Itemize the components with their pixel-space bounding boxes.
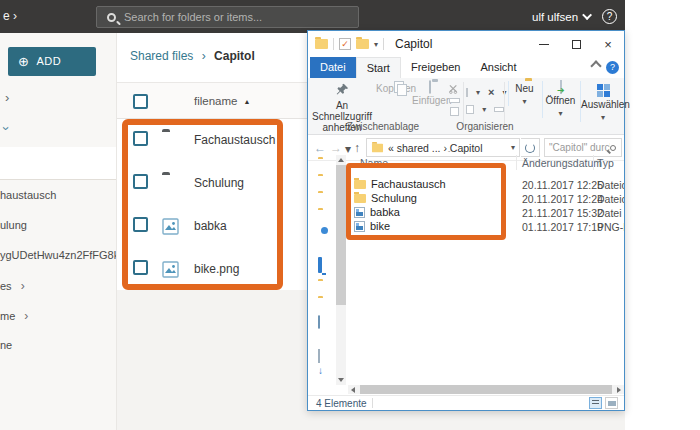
rename-icon[interactable] — [494, 107, 504, 112]
copy-button[interactable]: Kopieren — [376, 81, 412, 94]
scroll-down-icon[interactable] — [338, 378, 344, 382]
row-checkbox[interactable] — [133, 260, 148, 275]
search-input[interactable]: Search for folders or items... — [96, 6, 359, 28]
details-view-toggle[interactable] — [589, 397, 602, 409]
tab-datei[interactable]: Datei — [310, 57, 356, 78]
copy-path-icon[interactable] — [449, 98, 460, 103]
explorer-help-icon[interactable] — [606, 61, 619, 74]
sidebar-item-label: me — [0, 310, 15, 322]
desktop-icon[interactable] — [318, 316, 320, 328]
pin-icon — [336, 83, 349, 96]
explorer-search-input[interactable]: "Capitol" durchs... — [544, 138, 622, 157]
sidebar-item[interactable]: es› — [0, 279, 117, 293]
select-label: Auswählen — [581, 99, 625, 110]
folder-icon — [315, 39, 328, 49]
clipboard-small-buttons — [446, 84, 462, 116]
open-button[interactable]: Öffnen — [542, 81, 578, 118]
ribbon: An Schnellzugriff anheften Kopieren Einf… — [308, 78, 624, 135]
nav-vertical-scrollbar[interactable] — [336, 155, 346, 385]
close-button[interactable] — [592, 31, 624, 57]
sidebar-item[interactable]: me› — [0, 309, 117, 323]
file-name[interactable]: babka — [370, 206, 400, 218]
add-button-label: ADD — [36, 55, 61, 67]
modified-column-header[interactable]: Änderungsdatum — [522, 157, 602, 169]
horizontal-scrollbar[interactable] — [348, 385, 624, 394]
move-to-icon[interactable] — [466, 88, 468, 97]
row-checkbox[interactable] — [133, 131, 148, 146]
divider — [383, 38, 384, 50]
type-column-header[interactable]: Typ — [597, 157, 614, 169]
scroll-up-icon[interactable] — [338, 158, 344, 162]
sidebar-collapse-chevron[interactable]: › — [5, 90, 9, 105]
properties-check-icon[interactable] — [339, 38, 351, 50]
explorer-file-row[interactable]: bike — [354, 219, 390, 233]
chevron-down-icon — [558, 109, 562, 118]
plus-icon — [18, 55, 36, 67]
chevron-down-icon — [582, 10, 592, 20]
minimize-icon — [539, 44, 549, 45]
explorer-file-row[interactable]: Schulung — [354, 191, 417, 205]
column-divider[interactable] — [516, 155, 517, 170]
file-name[interactable]: Fachaustausch — [194, 133, 275, 147]
new-folder-icon[interactable] — [356, 39, 369, 49]
scroll-right-icon[interactable] — [617, 387, 621, 393]
chevron-down-icon — [482, 105, 486, 114]
file-name[interactable]: Schulung — [194, 176, 244, 190]
window-title: Capitol — [395, 37, 432, 51]
sidebar-item[interactable]: haustausch — [0, 189, 117, 203]
paste-button[interactable]: Einfügen — [412, 81, 448, 106]
sidebar-expand-chevron[interactable]: › — [0, 126, 14, 130]
select-button[interactable]: Auswählen — [580, 81, 625, 122]
tab-freigeben[interactable]: Freigeben — [401, 57, 471, 78]
address-dropdown-icon[interactable] — [511, 143, 515, 152]
minimize-button[interactable] — [528, 31, 560, 57]
cut-icon[interactable] — [449, 84, 460, 94]
sidebar-selected-item[interactable] — [0, 147, 117, 180]
name-column-header[interactable]: Name — [360, 157, 388, 169]
scrollbar-thumb[interactable] — [360, 385, 612, 394]
sidebar-item-label: ulung — [0, 219, 27, 231]
file-name[interactable]: Fachaustausch — [371, 178, 446, 190]
filename-column-header[interactable]: filename — [194, 95, 250, 107]
sidebar-item[interactable]: ygUDetHwu4zn2FfFG8kylI850 — [0, 249, 117, 263]
delete-icon[interactable] — [488, 86, 494, 98]
scrollbar-thumb[interactable] — [336, 165, 346, 305]
explorer-titlebar[interactable]: Capitol — [308, 31, 624, 57]
paste-shortcut-icon[interactable] — [450, 107, 459, 116]
sidebar-item[interactable]: ne — [0, 339, 117, 353]
image-file-icon — [354, 221, 365, 232]
chevron-down-icon — [522, 97, 526, 106]
file-name[interactable]: babka — [194, 219, 227, 233]
column-divider[interactable] — [593, 155, 594, 170]
collapse-ribbon-icon[interactable] — [590, 60, 601, 71]
refresh-icon[interactable] — [521, 138, 540, 157]
document-icon[interactable] — [318, 350, 320, 362]
add-button[interactable]: ADD — [8, 47, 96, 76]
topbar-breadcrumb-partial[interactable]: e › — [3, 9, 17, 23]
select-all-checkbox[interactable] — [133, 94, 148, 109]
row-checkbox[interactable] — [133, 174, 148, 189]
tab-ansicht[interactable]: Ansicht — [470, 57, 526, 78]
thumbnail-view-toggle[interactable] — [605, 397, 618, 409]
tab-start[interactable]: Start — [356, 57, 401, 78]
help-icon[interactable] — [602, 9, 617, 24]
select-grid-icon — [597, 84, 610, 97]
file-type: PNG-D — [597, 221, 624, 233]
breadcrumb-parent[interactable]: Shared files — [130, 49, 193, 63]
this-pc-icon[interactable] — [318, 259, 322, 271]
address-input[interactable]: « shared ... › Capitol — [366, 138, 520, 157]
file-name[interactable]: Schulung — [371, 192, 417, 204]
copy-to-icon[interactable] — [466, 105, 474, 114]
explorer-file-row[interactable]: Fachaustausch — [354, 177, 446, 191]
explorer-file-row[interactable]: babka — [354, 205, 400, 219]
new-button[interactable]: Neu — [508, 81, 540, 106]
scroll-left-icon[interactable] — [351, 387, 355, 393]
sidebar-item[interactable]: ulung — [0, 219, 117, 233]
maximize-button[interactable] — [560, 31, 592, 57]
file-name[interactable]: bike.png — [194, 262, 239, 276]
webapp-sidebar: › › haustausch ulung ygUDetHwu4zn2FfFG8k… — [0, 33, 117, 430]
file-name[interactable]: bike — [370, 220, 390, 232]
row-checkbox[interactable] — [133, 217, 148, 232]
user-menu[interactable]: ulf ulfsen — [532, 0, 592, 33]
qat-dropdown-icon[interactable] — [374, 40, 378, 49]
